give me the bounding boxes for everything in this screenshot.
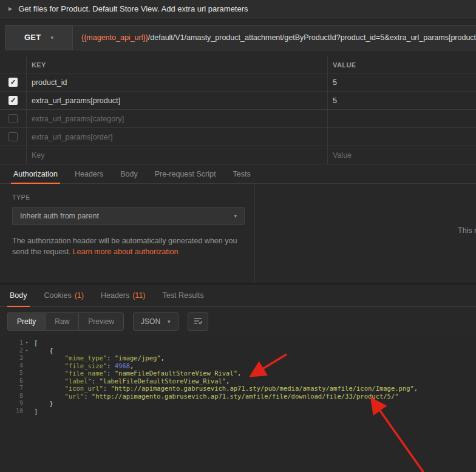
url-input[interactable]: {{magento_api_url}}/default/V1/amasty_pr… [73,25,476,50]
authorization-panel: TYPE Inherit auth from parent ▾ The auth… [0,184,476,283]
line-number: 3 [0,354,23,362]
key-column-header: KEY [32,61,46,69]
fold-caret-icon[interactable]: ▾ [23,347,30,355]
wrap-lines-icon [194,316,202,327]
code-line: 3 "mime_type": "image/jpeg", [0,354,476,362]
tab-body[interactable]: Body [112,164,146,183]
auth-type-value: Inherit auth from parent [20,212,99,220]
request-url-bar: GET ▾ {{magento_api_url}}/default/V1/ama… [0,18,476,56]
language-value: JSON [141,317,160,326]
request-title: Get files for Product. Default Store Vie… [18,4,248,13]
param-key-cell[interactable]: extra_url_params[order] [27,128,328,146]
preview-button[interactable]: Preview [79,313,123,330]
code-line: 6 "label": "labelFileDefaultStoreView_Ri… [0,377,476,385]
auth-right-clipped-text: This re [458,226,476,235]
auth-right-panel: This re [255,184,476,283]
response-body-editor[interactable]: 1▾ [ 2▾ { 3 "mime_type": "image/jpeg", 4… [0,335,476,472]
params-header-row: KEY VALUE [0,56,476,73]
param-value-cell[interactable] [328,110,476,127]
request-tabs: Authorization Headers Body Pre-request S… [0,164,476,184]
param-key: extra_url_params[category] [32,115,124,123]
key-placeholder: Key [32,151,45,160]
line-number: 2 [0,347,23,355]
tab-cookies[interactable]: Cookies (1) [36,285,92,306]
code-line: 10 ] [0,408,476,416]
language-dropdown[interactable]: JSON ▾ [133,312,178,331]
type-label: TYPE [12,194,254,201]
response-toolbar: Pretty Raw Preview JSON ▾ [0,307,476,335]
param-key: product_id [32,78,67,87]
raw-button[interactable]: Raw [46,313,79,330]
param-value-cell[interactable]: 5 [328,92,476,109]
param-checkbox-unchecked[interactable] [8,132,18,141]
new-param-value-input[interactable]: Value [328,146,476,164]
code-line: 8 "url": "http://apimagento.gabrusevich.… [0,393,476,400]
code-line: 2▾ { [0,347,476,355]
line-number: 10 [0,408,23,416]
line-number: 8 [0,393,23,400]
line-number: 5 [0,369,23,377]
params-header-check-cell [0,56,27,73]
param-key-cell[interactable]: extra_url_params[product] [27,92,328,109]
param-value: 5 [333,78,337,87]
param-key: extra_url_params[order] [32,133,112,141]
tab-tests[interactable]: Tests [224,164,259,183]
code-line: 4 "file_size": 4968, [0,362,476,370]
tab-authorization[interactable]: Authorization [5,164,66,183]
request-name-bar: ▶ Get files for Product. Default Store V… [0,0,476,18]
learn-more-link[interactable]: Learn more about authorization [73,248,178,256]
auth-left-panel: TYPE Inherit auth from parent ▾ The auth… [0,184,255,283]
code-line: 9 } [0,400,476,408]
param-checkbox-checked[interactable]: ✓ [8,78,18,87]
param-key: extra_url_params[product] [32,96,120,105]
param-row: ✓ product_id 5 [0,73,476,92]
response-tabs: Body Cookies (1) Headers (11) Test Resul… [0,283,476,307]
url-variable: {{magento_api_url}} [81,33,148,42]
tab-headers[interactable]: Headers [66,164,112,183]
line-number: 6 [0,377,23,385]
param-key-cell[interactable]: product_id [27,73,328,91]
wrap-lines-button[interactable] [188,312,208,331]
param-row: ✓ extra_url_params[product] 5 [0,92,476,110]
cookies-count-badge: (1) [75,291,84,300]
code-line: 5 "file_name": "nameFileDefaultStoreView… [0,369,476,377]
auth-help-text: The authorization header will be automat… [12,235,250,257]
line-number: 4 [0,362,23,370]
caret-down-icon: ▾ [234,213,237,219]
disclosure-triangle-icon[interactable]: ▶ [8,6,12,12]
param-value-cell[interactable] [328,128,476,146]
method-label: GET [24,33,41,42]
param-value: 5 [333,96,337,105]
line-number: 1 [0,339,23,347]
auth-type-dropdown[interactable]: Inherit auth from parent ▾ [12,207,245,225]
url-path: /default/V1/amasty_product_attachment/ge… [148,33,476,42]
view-mode-switcher: Pretty Raw Preview [7,312,124,331]
pretty-button[interactable]: Pretty [8,313,46,330]
value-column-header: VALUE [333,61,356,69]
param-key-cell[interactable]: extra_url_params[category] [27,110,328,127]
tab-pre-request-script[interactable]: Pre-request Script [146,164,225,183]
param-value-cell[interactable]: 5 [328,73,476,91]
param-row: extra_url_params[order] [0,128,476,146]
code-line: 1▾ [ [0,339,476,347]
new-param-key-input[interactable]: Key [27,146,328,164]
caret-down-icon: ▾ [51,35,54,41]
line-number: 9 [0,400,23,408]
code-line: 7 "icon_url": "http://apimagento.gabruse… [0,385,476,393]
line-number: 7 [0,385,23,393]
tab-response-body[interactable]: Body [1,285,36,306]
param-row: extra_url_params[category] [0,110,476,128]
tab-test-results[interactable]: Test Results [154,285,212,306]
param-checkbox-checked[interactable]: ✓ [8,96,18,105]
params-table: KEY VALUE ✓ product_id 5 ✓ extra_url_par… [0,56,476,164]
method-dropdown[interactable]: GET ▾ [5,25,73,50]
fold-caret-icon[interactable]: ▾ [23,339,30,347]
headers-count-badge: (11) [132,291,145,300]
tab-response-headers[interactable]: Headers (11) [92,285,154,306]
param-checkbox-unchecked[interactable] [8,114,18,123]
param-new-row: Key Value [0,146,476,164]
caret-down-icon: ▾ [168,319,171,325]
value-placeholder: Value [333,151,352,160]
